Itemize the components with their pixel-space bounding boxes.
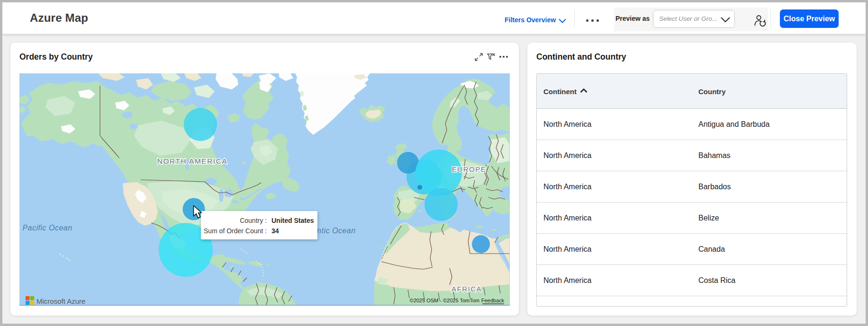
svg-text:Feedback: Feedback xyxy=(481,298,505,303)
svg-text:Microsoft Azure: Microsoft Azure xyxy=(36,297,85,305)
svg-text:Pacific Ocean: Pacific Ocean xyxy=(22,224,72,232)
svg-text:AFRICA: AFRICA xyxy=(452,285,482,293)
svg-text:EUROPE: EUROPE xyxy=(452,165,486,173)
svg-text:NORTH AMERICA: NORTH AMERICA xyxy=(157,157,227,165)
svg-text:©2025 OSM - ©2025 TomTom: ©2025 OSM - ©2025 TomTom xyxy=(410,298,479,303)
